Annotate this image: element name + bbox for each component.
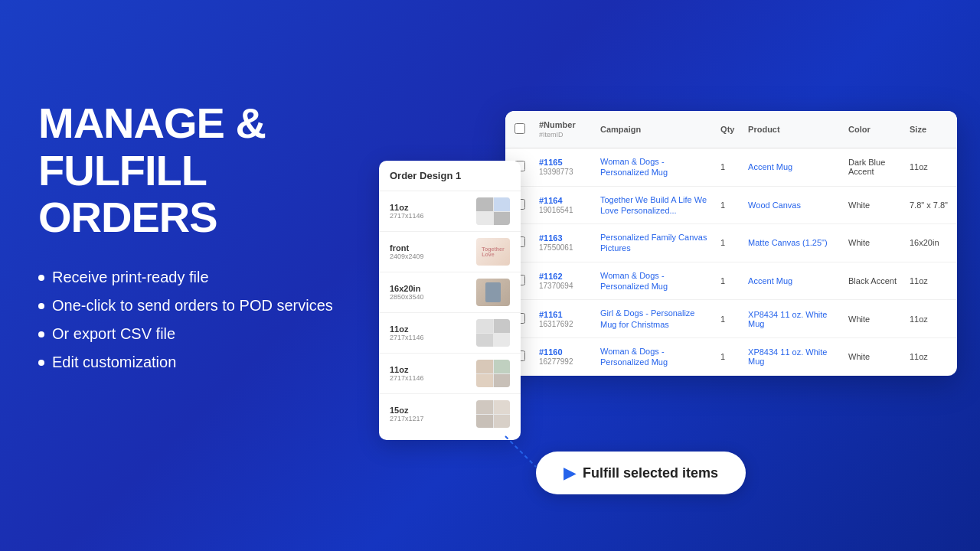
design-row-5: 11oz 2717x1146 — [379, 354, 521, 394]
table-row: #1163 17550061 Personalized Family Canva… — [505, 224, 957, 262]
fulfill-icon: ▶ — [564, 464, 575, 482]
table-header-row: #Number #ItemID Campaign Qty Product Col… — [505, 111, 957, 148]
design-info-5: 11oz 2717x1146 — [390, 365, 424, 382]
feature-list: Receive print-ready file One-click to se… — [38, 269, 390, 371]
th-qty: Qty — [714, 111, 742, 148]
row-campaign: Woman & Dogs - Personalized Mug — [594, 148, 714, 187]
orders-table-container: #Number #ItemID Campaign Qty Product Col… — [505, 111, 957, 376]
design-row-1: 11oz 2717x1146 — [379, 191, 521, 232]
bullet-dot — [38, 303, 44, 309]
left-panel: MANAGE & FULFILL ORDERS Receive print-re… — [38, 99, 390, 382]
design-size-2: front — [390, 243, 424, 253]
design-size-6: 15oz — [390, 406, 424, 415]
row-order-num: #1161 16317692 — [533, 300, 594, 338]
th-product: Product — [742, 111, 842, 148]
row-product: XP8434 11 oz. White Mug — [742, 337, 842, 375]
row-color: White — [842, 224, 903, 262]
row-qty: 1 — [714, 148, 742, 187]
design-dims-6: 2717x1217 — [390, 415, 424, 422]
row-order-num: #1165 19398773 — [533, 148, 594, 187]
design-thumb-1 — [476, 197, 510, 225]
row-order-num: #1163 17550061 — [533, 224, 594, 262]
design-info-1: 11oz 2717x1146 — [390, 203, 424, 220]
bullet-dot — [38, 275, 44, 281]
order-design-card: Order Design 1 11oz 2717x1146 front 2409… — [379, 161, 521, 440]
design-dims-3: 2850x3540 — [390, 293, 424, 301]
row-size: 11oz — [903, 262, 957, 300]
row-qty: 1 — [714, 262, 742, 300]
design-thumb-5 — [476, 360, 510, 387]
select-all-checkbox[interactable] — [514, 123, 525, 134]
design-size-4: 11oz — [390, 324, 424, 334]
design-size-3: 16x20in — [390, 284, 424, 293]
row-campaign: Girl & Dogs - Personalize Mug for Christ… — [594, 300, 714, 338]
row-product: Matte Canvas (1.25") — [742, 224, 842, 262]
row-campaign: Personalized Family Canvas Pictures — [594, 224, 714, 262]
row-color: White — [842, 300, 903, 338]
main-title: MANAGE & FULFILL ORDERS — [38, 99, 390, 241]
design-thumb-3 — [476, 279, 510, 306]
row-size: 11oz — [903, 337, 957, 375]
design-info-6: 15oz 2717x1217 — [390, 406, 424, 422]
row-product: Wood Canvas — [742, 186, 842, 224]
bullet-item-3: Or export CSV file — [38, 325, 390, 343]
row-color: Black Accent — [842, 262, 903, 300]
design-info-2: front 2409x2409 — [390, 243, 424, 260]
order-design-header: Order Design 1 — [379, 161, 521, 191]
row-campaign: Woman & Dogs - Personalized Mug — [594, 337, 714, 375]
design-dims-5: 2717x1146 — [390, 374, 424, 382]
design-size-5: 11oz — [390, 365, 424, 374]
design-row-2: front 2409x2409 TogetherLove — [379, 232, 521, 272]
row-size: 16x20in — [903, 224, 957, 262]
th-campaign: Campaign — [594, 111, 714, 148]
fulfill-button-label: Fulfill selected items — [583, 465, 718, 481]
design-dims-1: 2717x1146 — [390, 212, 424, 220]
th-checkbox — [505, 111, 533, 148]
row-qty: 1 — [714, 337, 742, 375]
design-info-3: 16x20in 2850x3540 — [390, 284, 424, 301]
fulfill-button[interactable]: ▶ Fulfill selected items — [536, 452, 746, 494]
row-color: White — [842, 337, 903, 375]
design-info-4: 11oz 2717x1146 — [390, 324, 424, 341]
row-qty: 1 — [714, 224, 742, 262]
design-dims-2: 2409x2409 — [390, 253, 424, 260]
design-row-4: 11oz 2717x1146 — [379, 313, 521, 354]
table-row: #1164 19016541 Together We Build A Life … — [505, 186, 957, 224]
orders-table: #Number #ItemID Campaign Qty Product Col… — [505, 111, 957, 376]
row-color: Dark Blue Accent — [842, 148, 903, 187]
table-row: #1162 17370694 Woman & Dogs - Personaliz… — [505, 262, 957, 300]
bullet-item-1: Receive print-ready file — [38, 269, 390, 286]
row-campaign: Woman & Dogs - Personalized Mug — [594, 262, 714, 300]
design-thumb-4 — [476, 319, 510, 347]
row-product: Accent Mug — [742, 148, 842, 187]
bullet-dot — [38, 331, 44, 337]
row-size: 11oz — [903, 300, 957, 338]
design-size-1: 11oz — [390, 203, 424, 212]
bullet-item-4: Edit customization — [38, 354, 390, 371]
bullet-item-2: One-click to send orders to POD services — [38, 297, 390, 315]
row-size: 7.8" x 7.8" — [903, 186, 957, 224]
design-thumb-6 — [476, 400, 510, 428]
table-row: #1161 16317692 Girl & Dogs - Personalize… — [505, 300, 957, 338]
th-number: #Number #ItemID — [533, 111, 594, 148]
table-row: #1165 19398773 Woman & Dogs - Personaliz… — [505, 148, 957, 187]
row-color: White — [842, 186, 903, 224]
row-order-num: #1162 17370694 — [533, 262, 594, 300]
row-qty: 1 — [714, 300, 742, 338]
row-campaign: Together We Build A Life We Love Persona… — [594, 186, 714, 224]
th-color: Color — [842, 111, 903, 148]
row-order-num: #1160 16277992 — [533, 337, 594, 375]
design-thumb-2: TogetherLove — [476, 238, 510, 266]
row-product: XP8434 11 oz. White Mug — [742, 300, 842, 338]
th-size: Size — [903, 111, 957, 148]
table-row: #1160 16277992 Woman & Dogs - Personaliz… — [505, 337, 957, 375]
design-dims-4: 2717x1146 — [390, 334, 424, 341]
bullet-dot — [38, 360, 44, 366]
row-qty: 1 — [714, 186, 742, 224]
design-row-3: 16x20in 2850x3540 — [379, 272, 521, 313]
row-product: Accent Mug — [742, 262, 842, 300]
row-size: 11oz — [903, 148, 957, 187]
row-order-num: #1164 19016541 — [533, 186, 594, 224]
